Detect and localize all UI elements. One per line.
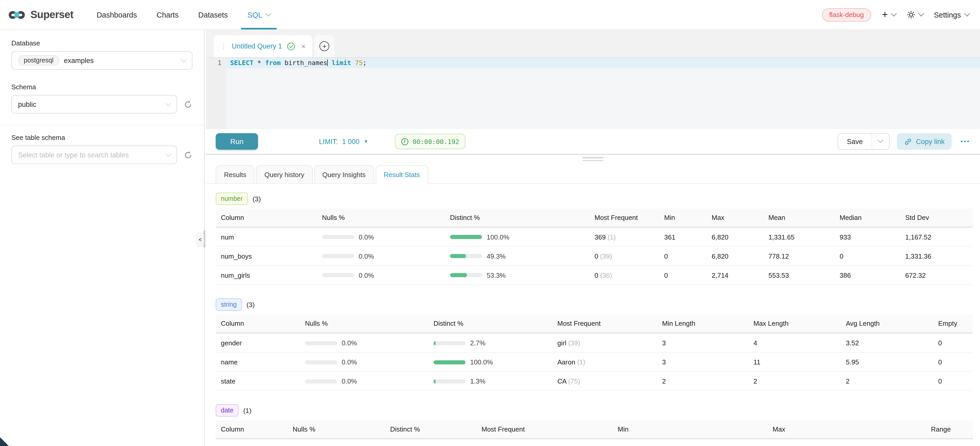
most-frequent-count: (1) [608,233,616,241]
stats-table-string: ColumnNulls %Distinct %Most FrequentMin … [216,315,973,391]
distinct-cell: 1.3% [428,372,552,391]
progress-track [322,273,354,277]
progress-track [450,235,482,239]
distinct-cell: 53.3% [445,266,589,285]
stat-column-name: state [216,372,300,391]
nulls-cell: 0.0% [300,333,428,352]
column-header: Max [767,421,926,439]
stats-section-date: date(1)ColumnNulls %Distinct %Most Frequ… [216,405,973,446]
most-frequent-value: 0 [595,252,598,260]
limit-dropdown[interactable]: LIMIT: 1 000 ▼ [319,138,368,145]
sql-editor[interactable]: 1 SELECT * from birth_names limit 75; [206,58,980,129]
nav-item-sql[interactable]: SQL [238,0,280,29]
code-token: birth_names [281,59,328,67]
run-button[interactable]: Run [216,133,258,150]
code-token: from [265,59,280,67]
most-frequent-value: CA [557,378,566,385]
nulls-bar: 0.0% [322,252,374,260]
navbar: Superset DashboardsChartsDatasetsSQL fla… [0,0,980,30]
close-tab-icon[interactable]: × [301,42,306,51]
settings-menu[interactable]: Settings [934,11,969,19]
column-count: (1) [243,407,251,414]
database-label: Database [11,39,192,47]
stat-cell: 2 [657,372,748,391]
tab-query-history[interactable]: Query history [256,165,313,184]
sidebar-collapse-button[interactable]: < [197,233,204,246]
refresh-schemas-button[interactable] [184,100,192,109]
column-header: Most Frequent [589,209,659,227]
copy-link-button[interactable]: Copy link [897,133,952,150]
table-row: num0.0%100.0%369 (1)3616,8201,331.659331… [216,227,973,247]
nulls-bar: 0.0% [305,378,357,385]
save-split-button: Save [838,133,890,150]
nulls-cell: 0.0% [317,266,445,285]
distinct-bar: 53.3% [450,272,506,279]
stat-column-name: ds [216,439,288,446]
chevron-down-icon [165,100,171,106]
nav-item-charts[interactable]: Charts [147,0,188,29]
chevron-left-icon: < [199,236,202,242]
column-header: Nulls % [300,315,428,333]
superset-logo[interactable]: Superset [7,7,73,22]
column-header: Median [834,209,900,227]
section-header: date(1) [216,405,973,417]
nav-item-dashboards[interactable]: Dashboards [87,0,146,29]
column-header: Nulls % [288,421,385,439]
plus-circle-icon: + [320,41,329,51]
stat-cell: 3.52 [841,333,933,352]
stat-cell: 0 [933,352,973,372]
distinct-cell: 1.3% [385,439,476,446]
navbar-right: flask-debug + Settings [822,8,969,21]
stat-cell: 1965-01-01T03:00:00.000Z [612,439,767,446]
database-select[interactable]: postgresql examples [11,51,192,70]
panel-resize-handle[interactable] [206,157,980,161]
percent-label: 1.3% [427,445,442,446]
code-token: ; [363,59,367,67]
environment-tag: flask-debug [822,8,871,21]
save-button[interactable]: Save [838,133,872,150]
progress-track [450,254,482,258]
table-row: state0.0%1.3%CA (75)2220 [216,372,973,391]
main-nav: DashboardsChartsDatasetsSQL [87,0,280,29]
caret-down-icon: ▼ [364,139,368,144]
stat-cell: 6,820 [706,227,763,247]
stat-column-name: gender [216,333,300,352]
stat-cell: 3 [657,352,748,372]
stats-section-number: number(3)ColumnNulls %Distinct %Most Fre… [216,193,973,285]
new-query-tab-button[interactable]: + [315,35,335,57]
progress-fill [450,254,466,258]
table-select-placeholder: Select table or type to search tables [18,151,129,159]
stats-table-date: ColumnNulls %Distinct %Most FrequentMinM… [216,421,973,446]
stat-cell: 4 [748,333,841,352]
progress-track [322,254,354,258]
nulls-cell: 0.0% [317,227,445,247]
limit-label: LIMIT: [319,138,338,145]
database-engine-tag: postgresql [18,55,59,65]
table-row: num_girls0.0%53.3%0 (36)02,714553.533866… [216,266,973,285]
nav-item-datasets[interactable]: Datasets [188,0,237,29]
schema-select[interactable]: public [11,95,177,113]
more-options-button[interactable]: ••• [961,138,970,145]
column-header: Mean [763,209,834,227]
most-frequent-count: (75) [548,445,560,446]
new-item-button[interactable]: + [882,10,896,19]
chevron-down-icon [181,57,187,62]
distinct-bar: 2.7% [433,339,485,347]
theme-toggle-button[interactable] [907,10,923,19]
column-header: Min Length [657,315,748,333]
stat-cell: 778.12 [763,247,834,266]
stat-cell: 933 [834,227,900,247]
progress-track [433,341,466,345]
percent-label: 49.3% [487,252,506,260]
tab-result-stats[interactable]: Result Stats [375,165,428,184]
sqllab-sidebar: Database postgresql examples Schema publ… [0,30,205,446]
table-select[interactable]: Select table or type to search tables [11,146,177,164]
result-stats-panel: number(3)ColumnNulls %Distinct %Most Fre… [206,184,980,446]
tab-results[interactable]: Results [216,165,255,184]
percent-label: 100.0% [470,358,493,366]
column-header: Distinct % [385,421,476,439]
query-tab[interactable]: ⋮ Untitled Query 1 × [214,35,312,57]
refresh-tables-button[interactable] [184,150,192,159]
save-options-button[interactable] [872,133,890,150]
tab-query-insights[interactable]: Query Insights [314,165,374,184]
